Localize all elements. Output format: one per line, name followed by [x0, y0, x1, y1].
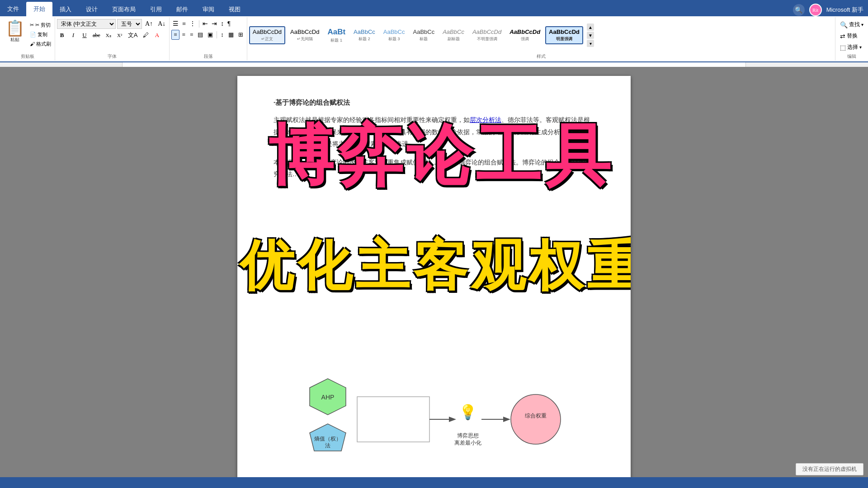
- underline-button[interactable]: U: [80, 30, 90, 40]
- doc-heading: ·基于博弈论的组合赋权法: [274, 99, 594, 107]
- shading-button[interactable]: ▦: [226, 30, 236, 39]
- document-area: ·基于博弈论的组合赋权法 博弈论工具 主观赋权法就是根据专家的经验对各指标间相对…: [0, 67, 868, 477]
- style-item-heading1[interactable]: AaBt 标题 1: [324, 25, 349, 45]
- style-item-heading2[interactable]: AaBbCc 标题 2: [350, 27, 378, 44]
- styles-more[interactable]: ▾: [587, 40, 594, 47]
- select-icon: ⬚: [840, 44, 846, 51]
- tab-references[interactable]: 引用: [143, 3, 169, 16]
- format-painter-icon: 🖌: [30, 41, 35, 47]
- bullets-button[interactable]: ☰: [171, 19, 180, 28]
- italic-button[interactable]: I: [68, 30, 78, 40]
- distributed-button[interactable]: ▣: [206, 30, 215, 39]
- font-highlight-color-button[interactable]: 🖊: [141, 30, 151, 40]
- style-item-emphasis[interactable]: AaBbCcDd 强调: [506, 27, 543, 44]
- copy-label: 复制: [38, 31, 47, 38]
- format-painter-label: 格式刷: [36, 41, 51, 47]
- select-button[interactable]: ⬚ 选择 ▾: [837, 42, 866, 52]
- paste-icon: 📋: [5, 20, 24, 37]
- style-item-no-space[interactable]: AaBbCcDd ↵无间隔: [287, 27, 322, 44]
- font-group-label: 字体: [55, 53, 169, 60]
- copy-icon: 📄: [30, 32, 36, 38]
- overlay-text-1: 博弈论工具: [268, 112, 614, 201]
- font-name-select[interactable]: 宋体 (中文正文: [57, 19, 116, 29]
- paste-button[interactable]: 📋 粘贴: [2, 18, 28, 51]
- style-item-strong-emphasis[interactable]: AaBbCcDd 明显强调: [545, 26, 583, 45]
- svg-text:AHP: AHP: [321, 394, 335, 401]
- style-item-subtitle[interactable]: AaBbCc 副标题: [439, 27, 467, 44]
- multilevel-list-button[interactable]: ⋮: [188, 19, 197, 28]
- line-spacing-button[interactable]: ↕: [219, 30, 226, 39]
- bold-button[interactable]: B: [57, 30, 67, 40]
- replace-icon: ⇄: [840, 33, 845, 40]
- svg-text:💡: 💡: [459, 404, 477, 421]
- styles-scroll-up[interactable]: ▲: [587, 23, 594, 31]
- subscript-button[interactable]: X₂: [104, 30, 113, 40]
- style-item-heading3[interactable]: AaBbCc 标题 3: [380, 27, 408, 44]
- styles-scroll-down[interactable]: ▼: [587, 32, 594, 39]
- user-avatar[interactable]: Rit: [809, 4, 822, 16]
- styles-group-label: 样式: [247, 53, 835, 60]
- font-color-highlight-button[interactable]: 文A: [126, 30, 140, 40]
- styles-group: AaBbCcDd ↵正文 AaBbCcDd ↵无间隔 AaBt 标题 1 AaB…: [247, 17, 835, 61]
- shrink-font-button[interactable]: A↓: [156, 19, 167, 29]
- align-right-button[interactable]: ≡: [188, 30, 195, 39]
- svg-text:熵值（权）: 熵值（权）: [314, 436, 341, 442]
- tab-design[interactable]: 设计: [79, 3, 105, 16]
- align-left-button[interactable]: ≡: [171, 30, 179, 40]
- find-button[interactable]: 🔍 查找 ▾: [837, 20, 866, 29]
- tab-review[interactable]: 审阅: [195, 3, 222, 16]
- editing-group: 🔍 查找 ▾ ⇄ 替换 ⬚ 选择 ▾ 编辑: [835, 17, 868, 61]
- cut-button[interactable]: ✂ ✂ 剪切: [28, 21, 53, 29]
- tab-file[interactable]: 文件: [0, 2, 26, 16]
- cut-icon: ✂: [30, 22, 34, 28]
- style-item-subtle-emphasis[interactable]: AaBbCcDd 不明显强调: [469, 27, 505, 44]
- svg-rect-5: [357, 397, 429, 442]
- decrease-indent-button[interactable]: ⇤: [201, 19, 209, 28]
- clipboard-group-label: 剪贴板: [0, 53, 55, 60]
- tab-layout[interactable]: 页面布局: [105, 3, 143, 16]
- tab-view[interactable]: 视图: [222, 3, 248, 16]
- diagram-svg: AHP 熵值（权） 法 💡 博弈思想 离差最小化 综合权: [274, 374, 590, 465]
- grow-font-button[interactable]: A↑: [143, 19, 155, 29]
- sort-button[interactable]: ↕: [219, 19, 225, 28]
- copy-button[interactable]: 📄 复制: [28, 30, 53, 39]
- paste-label: 粘贴: [10, 37, 19, 43]
- numbering-button[interactable]: ≡: [181, 19, 187, 28]
- style-label-normal: ↵正文: [261, 36, 273, 42]
- svg-text:博弈思想: 博弈思想: [457, 432, 479, 439]
- tab-home[interactable]: 开始: [26, 2, 52, 16]
- tab-insert[interactable]: 插入: [52, 3, 79, 16]
- paragraph-group-label: 段落: [170, 53, 247, 60]
- strikethrough-button[interactable]: abc: [91, 30, 102, 40]
- justify-button[interactable]: ▤: [196, 30, 205, 39]
- superscript-button[interactable]: X²: [115, 30, 125, 40]
- replace-button[interactable]: ⇄ 替换: [837, 31, 866, 41]
- svg-text:离差最小化: 离差最小化: [454, 440, 481, 446]
- tab-mailings[interactable]: 邮件: [169, 3, 195, 16]
- svg-point-12: [511, 394, 561, 444]
- align-center-button[interactable]: ≡: [180, 30, 187, 39]
- document-page[interactable]: ·基于博弈论的组合赋权法 博弈论工具 主观赋权法就是根据专家的经验对各指标间相对…: [237, 76, 631, 477]
- format-painter-button[interactable]: 🖌 格式刷: [28, 40, 53, 48]
- style-item-normal[interactable]: AaBbCcDd ↵正文: [249, 26, 285, 45]
- search-icon[interactable]: 🔍: [793, 4, 805, 16]
- border-button[interactable]: ⊞: [236, 30, 245, 39]
- increase-indent-button[interactable]: ⇥: [210, 19, 218, 28]
- cut-label: ✂ 剪切: [35, 22, 51, 28]
- status-bar: [0, 477, 868, 488]
- clipboard-group: 📋 粘贴 ✂ ✂ 剪切 📄 复制 🖌 格式刷: [0, 17, 55, 61]
- style-item-title[interactable]: AaBbCc 标题: [410, 27, 438, 44]
- vm-tooltip: 没有正在运行的虚拟机: [796, 463, 863, 475]
- font-size-select[interactable]: 五号: [117, 19, 142, 29]
- editing-group-label: 编辑: [835, 53, 868, 60]
- svg-text:综合权重: 综合权重: [525, 413, 547, 419]
- brand-label: Microsoft 新手: [826, 6, 863, 14]
- font-color-button[interactable]: A: [152, 30, 162, 40]
- svg-text:法: 法: [325, 442, 330, 449]
- diagram-section: AHP 熵值（权） 法 💡 博弈思想 离差最小化 综合权: [274, 374, 594, 474]
- paragraph-group: ☰ ≡ ⋮ ⇤ ⇥ ↕ ¶ ≡ ≡ ≡ ▤ ▣ ↕ ▦: [170, 17, 247, 61]
- find-icon: 🔍: [840, 21, 848, 28]
- show-formatting-button[interactable]: ¶: [226, 19, 231, 28]
- overlay-text-2: 优化主客观权重: [240, 230, 631, 303]
- font-group: 宋体 (中文正文 五号 A↑ A↓ B I U: [55, 17, 170, 61]
